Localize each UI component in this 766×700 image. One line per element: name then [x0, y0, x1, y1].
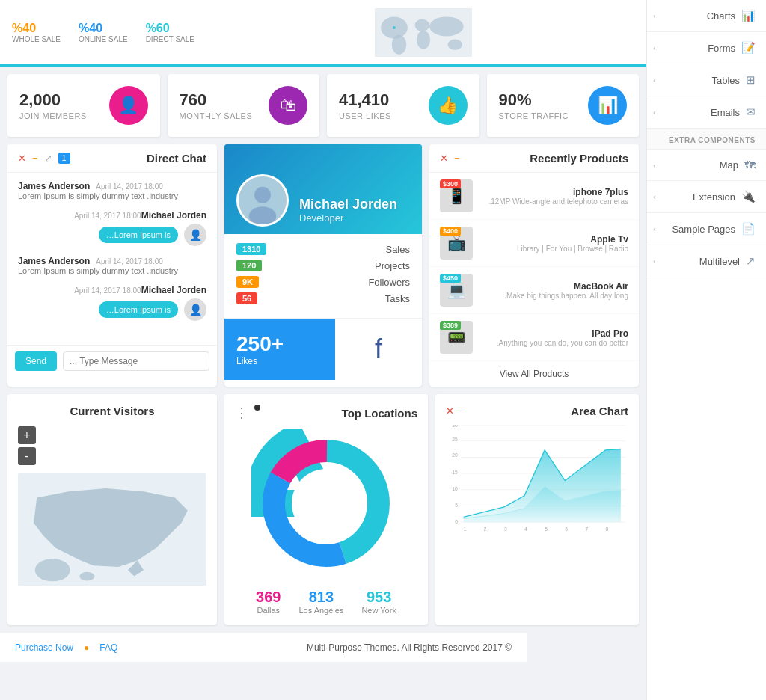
area-chart-title: Area Chart	[571, 405, 628, 417]
sidebar-item-label: Extension	[693, 191, 735, 203]
price-badge: $389	[440, 321, 461, 330]
product-item: $300 📱 iphone 7plus .12MP Wide-angle and…	[429, 173, 639, 220]
profile-likes-box: 250+ Likes	[224, 319, 335, 380]
sidebar-item-sample-pages[interactable]: ‹ Sample Pages 📄	[647, 213, 766, 245]
footer-separator: ●	[84, 642, 89, 653]
usa-map-svg	[18, 473, 206, 586]
purchase-link[interactable]: Purchase Now	[15, 642, 73, 653]
view-all-products[interactable]: View All Products	[429, 361, 639, 387]
metric-name: MONTHLY SALES	[180, 111, 253, 120]
footer: Purchase Now ● FAQ Multi-Purpose Themes.…	[0, 633, 527, 662]
svg-point-4	[417, 30, 430, 49]
metrics-row: 2,000 JOIN MEMBERS 👤 760 MONTHLY SALES 🛍…	[0, 74, 646, 137]
price-badge: $300	[440, 179, 461, 188]
sidebar-item-label: Emails	[711, 107, 740, 118]
sidebar-item-multilevel[interactable]: ‹ Multilevel ↗	[647, 245, 766, 277]
metric-info: 2,000 JOIN MEMBERS	[19, 90, 87, 120]
svg-text:1: 1	[464, 526, 467, 532]
products-minimize-icon[interactable]: −	[454, 153, 460, 164]
sidebar-chevron-icon: ‹	[653, 11, 656, 20]
chat-input-row: Send	[7, 345, 217, 377]
product-img: $300 📱	[440, 179, 473, 212]
area-chart-card: ✕ − Area Chart 0 5 10 15 20 25 30	[435, 394, 639, 625]
chat-close-icon[interactable]: ✕	[18, 153, 26, 164]
onlinesale-label: ONLINE SALE	[79, 35, 128, 43]
product-desc: .Make big things happen. All day long	[480, 292, 628, 300]
top-stats-bar: %40 WHOLE SALE %40 ONLINE SALE %60 DIREC…	[0, 0, 646, 67]
products-list: $300 📱 iphone 7plus .12MP Wide-angle and…	[429, 173, 639, 361]
donut-legend-item: 953 New York	[361, 589, 396, 615]
avatar: 👤	[184, 224, 206, 246]
product-desc: .Anything you can do, you can do better	[480, 339, 628, 347]
donut-legend: 369 Dallas 813 Los Angeles 953 New York	[256, 589, 396, 615]
product-img: $450 💻	[440, 274, 473, 307]
area-minimize-icon[interactable]: −	[460, 405, 466, 417]
profile-header: Michael Jorden Developer	[224, 144, 422, 234]
svg-text:5: 5	[455, 503, 458, 508]
metric-card: 760 MONTHLY SALES 🛍	[168, 74, 320, 137]
profile-stat-row: 56 Tasks	[236, 292, 410, 304]
donut-card: ⋮ Top Locations	[224, 394, 428, 625]
sidebar-item-icon: ✉	[746, 105, 756, 119]
donut-controls: ⋮	[235, 405, 260, 421]
chat-minimize-icon[interactable]: −	[32, 153, 38, 164]
sidebar-item-charts[interactable]: ‹ Charts 📊	[647, 0, 766, 32]
sidebar-item-icon: 🔌	[741, 190, 756, 203]
facebook-icon[interactable]: f	[335, 319, 422, 380]
svg-point-9	[254, 187, 271, 203]
donut-ctrl-dot-1[interactable]	[254, 405, 260, 411]
sidebar-section-title: EXTRA COMPONENTS	[647, 129, 766, 150]
footer-copyright: Multi-Purpose Themes. All Rights Reserve…	[307, 642, 512, 653]
profile-role: Developer	[299, 212, 397, 224]
zoom-in-button[interactable]: +	[18, 426, 36, 444]
product-name: iphone 7plus	[480, 187, 628, 197]
metric-card: 2,000 JOIN MEMBERS 👤	[7, 74, 160, 137]
avatar: 👤	[184, 298, 206, 321]
products-card: ✕ − Recently Products $300 📱 iphone 7plu…	[429, 144, 639, 387]
svg-text:25: 25	[452, 437, 458, 442]
donut-ctrl-dots-icon[interactable]: ⋮	[235, 405, 248, 421]
product-desc: Library | For You | Browse | Radio	[480, 245, 628, 253]
products-header: ✕ − Recently Products	[429, 144, 639, 173]
svg-point-13	[79, 572, 94, 581]
faq-link[interactable]: FAQ	[99, 642, 117, 653]
metric-name: USER LIKES	[339, 111, 391, 120]
stat-badge: 56	[236, 292, 257, 304]
svg-point-17	[292, 469, 361, 538]
sidebar-chevron-icon: ‹	[653, 76, 656, 85]
chat-badge: 1	[58, 153, 70, 164]
metric-icon: 👤	[109, 86, 148, 125]
donut-legend-label: Los Angeles	[298, 606, 343, 615]
sidebar-item-extension[interactable]: ‹ Extension 🔌	[647, 181, 766, 213]
donut-chart	[251, 429, 401, 578]
svg-point-3	[415, 19, 430, 31]
sidebar-item-emails[interactable]: ‹ Emails ✉	[647, 96, 766, 129]
svg-text:4: 4	[524, 526, 527, 532]
product-item: $389 📟 iPad Pro .Anything you can do, yo…	[429, 314, 639, 361]
send-button[interactable]: Send	[15, 351, 57, 371]
sidebar: ‹ Charts 📊 ‹ Forms 📝 ‹ Tables ⊞ ‹ Emails…	[646, 0, 766, 700]
products-close-icon[interactable]: ✕	[440, 153, 448, 164]
sidebar-item-tables[interactable]: ‹ Tables ⊞	[647, 64, 766, 96]
donut-legend-item: 369 Dallas	[256, 589, 281, 615]
metric-card: 41,410 USER LIKES 👍	[327, 74, 479, 137]
area-chart-header: ✕ − Area Chart	[446, 405, 628, 417]
chat-input[interactable]	[63, 351, 209, 371]
svg-point-6	[448, 39, 463, 49]
zoom-out-button[interactable]: -	[18, 447, 36, 465]
sidebar-item-forms[interactable]: ‹ Forms 📝	[647, 32, 766, 64]
donut-title: Top Locations	[342, 407, 417, 420]
donut-legend-value: 813	[298, 589, 343, 606]
area-header-icons: ✕ −	[446, 405, 466, 417]
directsale-pct: %60	[146, 22, 194, 35]
sidebar-item-map[interactable]: ‹ Map 🗺	[647, 150, 766, 181]
sidebar-item-icon: ↗	[746, 254, 756, 268]
stat-label: Followers	[368, 277, 410, 288]
directsale-stat: %60 DIRECT SALE	[146, 22, 194, 43]
stat-badge: 120	[236, 260, 262, 271]
sidebar-item-label: Sample Pages	[672, 224, 735, 235]
chat-expand-icon[interactable]: ⤢	[44, 153, 52, 164]
area-close-icon[interactable]: ✕	[446, 405, 454, 417]
metric-value: 760	[180, 90, 253, 110]
svg-text:15: 15	[452, 470, 458, 475]
